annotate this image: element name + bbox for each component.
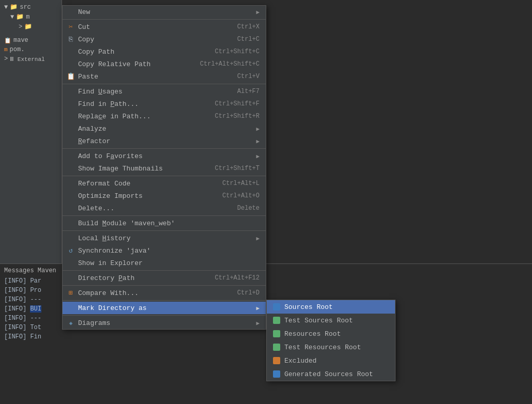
submenu-item-label: Generated Sources Root bbox=[284, 370, 373, 378]
submenu-arrow-icon: ▶ bbox=[256, 320, 260, 327]
separator-4 bbox=[63, 176, 266, 176]
menu-item-label: Paste bbox=[78, 73, 98, 81]
sidebar-item-label: Ⅲ External bbox=[10, 56, 44, 63]
separator-7 bbox=[63, 270, 266, 271]
menu-item-label: Synchronize 'java' bbox=[78, 247, 150, 255]
menu-item-find-in-path[interactable]: Find in Path... Ctrl+Shift+F bbox=[63, 98, 266, 110]
sidebar-item-pom[interactable]: m pom. bbox=[0, 45, 62, 54]
menu-item-label: Compare With... bbox=[78, 289, 139, 297]
menu-item-cut[interactable]: ✂ Cut Ctrl+X bbox=[63, 21, 266, 33]
submenu-arrow-icon: ▶ bbox=[256, 153, 260, 160]
menu-item-find-usages[interactable]: Find Usages Alt+F7 bbox=[63, 85, 266, 98]
submenu-item-generated-sources-root[interactable]: Generated Sources Root bbox=[267, 367, 395, 381]
shortcut-cut: Ctrl+X bbox=[237, 23, 260, 30]
submenu-item-label: Test Resources Root bbox=[284, 344, 361, 351]
copy-icon: ⎘ bbox=[67, 35, 75, 43]
menu-item-optimize-imports[interactable]: Optimize Imports Ctrl+Alt+O bbox=[63, 190, 266, 202]
menu-item-label: Copy Relative Path bbox=[78, 60, 150, 68]
separator-2 bbox=[63, 84, 266, 84]
submenu-item-test-sources-root[interactable]: Test Sources Root bbox=[267, 314, 395, 327]
resources-root-icon bbox=[273, 330, 280, 337]
separator-9 bbox=[63, 300, 266, 301]
sidebar-item-label: mave bbox=[13, 37, 28, 44]
submenu-arrow-icon: ▶ bbox=[256, 235, 260, 242]
menu-item-build-module[interactable]: Build Module 'maven_web' bbox=[63, 217, 266, 229]
test-sources-root-icon bbox=[273, 317, 280, 324]
separator-8 bbox=[63, 285, 266, 286]
cut-icon: ✂ bbox=[67, 23, 75, 31]
sync-icon: ↺ bbox=[67, 246, 75, 255]
menu-item-label: Diagrams bbox=[78, 319, 110, 327]
submenu-item-resources-root[interactable]: Resources Root bbox=[267, 327, 395, 340]
generated-sources-icon bbox=[273, 370, 280, 378]
submenu-arrow-icon: ▶ bbox=[256, 305, 260, 312]
menu-item-show-in-explorer[interactable]: Show in Explorer bbox=[63, 257, 266, 269]
arrow-down-icon: ▼ bbox=[10, 13, 14, 21]
submenu-item-test-resources-root[interactable]: Test Resources Root bbox=[267, 340, 395, 354]
submenu-item-excluded[interactable]: Excluded bbox=[267, 354, 395, 367]
folder-icon: 📁 bbox=[10, 3, 18, 11]
menu-item-directory-path[interactable]: Directory Path Ctrl+Alt+F12 bbox=[63, 272, 266, 284]
menu-item-compare-with[interactable]: ⊞ Compare With... Ctrl+D bbox=[63, 287, 266, 299]
diagrams-icon: ◈ bbox=[67, 319, 75, 327]
arrow-right-icon: > bbox=[4, 55, 8, 63]
shortcut-compare: Ctrl+D bbox=[237, 289, 260, 297]
sidebar-item-src[interactable]: ▼ 📁 src bbox=[0, 2, 62, 12]
paste-icon: 📋 bbox=[67, 72, 75, 81]
submenu-item-label: Resources Root bbox=[284, 330, 341, 338]
submenu-item-label: Sources Root bbox=[284, 303, 333, 311]
sidebar-item-label: m bbox=[26, 13, 29, 21]
menu-item-label: Local History bbox=[78, 235, 130, 242]
submenu-item-label: Excluded bbox=[284, 357, 316, 365]
menu-item-delete[interactable]: Delete... Delete bbox=[63, 202, 266, 214]
shortcut-reformat: Ctrl+Alt+L bbox=[222, 180, 260, 187]
menu-item-label: Find in Path... bbox=[78, 100, 139, 108]
menu-item-replace-in-path[interactable]: Replace in Path... Ctrl+Shift+R bbox=[63, 110, 266, 122]
menu-item-add-to-favorites[interactable]: Add to Favorites ▶ bbox=[63, 150, 266, 162]
menu-item-label: Cut bbox=[78, 23, 90, 31]
menu-item-label: Copy bbox=[78, 36, 94, 43]
menu-item-copy-path[interactable]: Copy Path Ctrl+Shift+C bbox=[63, 45, 266, 58]
shortcut-find-in-path: Ctrl+Shift+F bbox=[215, 100, 260, 107]
sidebar-item-m[interactable]: ▼ 📁 m bbox=[0, 12, 62, 22]
shortcut-replace-in-path: Ctrl+Shift+R bbox=[215, 113, 260, 120]
menu-item-label: Show Image Thumbnails bbox=[78, 165, 163, 173]
arrow-down-icon: ▼ bbox=[4, 4, 8, 11]
menu-item-copy-relative-path[interactable]: Copy Relative Path Ctrl+Alt+Shift+C bbox=[63, 58, 266, 70]
menu-item-label: Replace in Path... bbox=[78, 113, 150, 120]
menu-item-analyze[interactable]: Analyze ▶ bbox=[63, 122, 266, 135]
menu-item-refactor[interactable]: Refactor ▶ bbox=[63, 135, 266, 147]
submenu-mark-directory: Sources Root Test Sources Root Resources… bbox=[266, 300, 396, 381]
sources-root-icon bbox=[273, 303, 280, 310]
menu-item-new[interactable]: New ▶ bbox=[63, 6, 266, 18]
menu-item-paste[interactable]: 📋 Paste Ctrl+V bbox=[63, 70, 266, 83]
menu-item-copy[interactable]: ⎘ Copy Ctrl+C bbox=[63, 33, 266, 45]
menu-item-label: Show in Explorer bbox=[78, 259, 143, 267]
sidebar-item-external[interactable]: > Ⅲ External bbox=[0, 54, 62, 64]
menu-item-mark-directory-as[interactable]: Mark Directory as ▶ bbox=[63, 302, 266, 314]
menu-item-diagrams[interactable]: ◈ Diagrams ▶ bbox=[63, 317, 266, 329]
menu-item-synchronize[interactable]: ↺ Synchronize 'java' bbox=[63, 244, 266, 257]
shortcut-copy-path: Ctrl+Shift+C bbox=[215, 48, 260, 55]
menu-item-label: Build Module 'maven_web' bbox=[78, 220, 175, 227]
shortcut-copy: Ctrl+C bbox=[237, 36, 260, 43]
menu-item-show-image-thumbnails[interactable]: Show Image Thumbnails Ctrl+Shift+T bbox=[63, 162, 266, 175]
shortcut-paste: Ctrl+V bbox=[237, 73, 260, 80]
separator-10 bbox=[63, 315, 266, 316]
m-icon: m bbox=[4, 46, 8, 53]
sidebar-item-label: src bbox=[20, 4, 31, 11]
menu-item-local-history[interactable]: Local History ▶ bbox=[63, 232, 266, 244]
submenu-arrow-icon: ▶ bbox=[256, 138, 260, 145]
menu-item-label: Delete... bbox=[78, 205, 114, 212]
separator-5 bbox=[63, 215, 266, 216]
maven-icon: 📋 bbox=[4, 37, 11, 44]
menu-item-reformat-code[interactable]: Reformat Code Ctrl+Alt+L bbox=[63, 177, 266, 190]
menu-item-label: Refactor bbox=[78, 137, 110, 145]
shortcut-directory-path: Ctrl+Alt+F12 bbox=[215, 274, 260, 282]
submenu-item-sources-root[interactable]: Sources Root bbox=[267, 300, 395, 314]
sidebar-item-maven[interactable]: 📋 mave bbox=[0, 36, 62, 45]
shortcut-delete: Delete bbox=[237, 205, 260, 212]
sidebar-item-sub[interactable]: > 📁 bbox=[0, 22, 62, 32]
submenu-item-label: Test Sources Root bbox=[284, 317, 353, 324]
arrow-right-icon: > bbox=[19, 23, 22, 30]
